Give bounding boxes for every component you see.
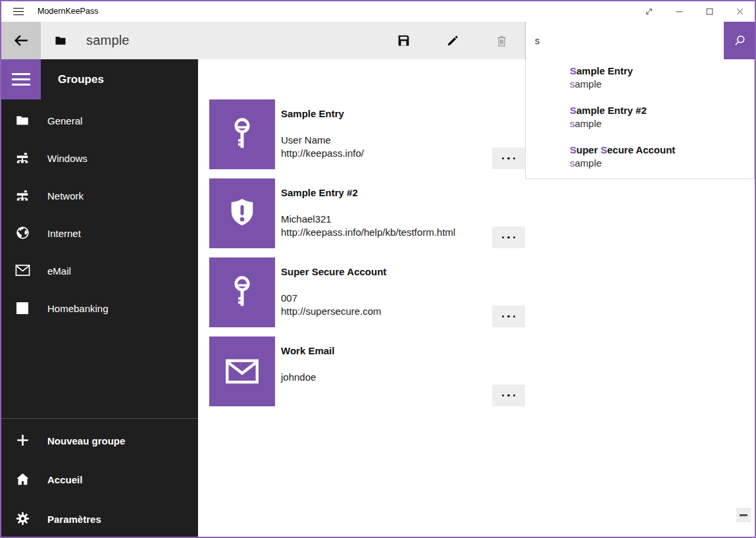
maximize-icon <box>705 7 715 16</box>
home-icon <box>14 471 30 487</box>
edit-button[interactable] <box>436 22 469 59</box>
app-title: ModernKeePass <box>38 1 98 22</box>
entry-username: johndoe <box>281 371 316 384</box>
suggestion-item[interactable]: Super Secure Account sample <box>570 144 749 171</box>
search-input[interactable] <box>526 22 724 59</box>
ellipsis-icon <box>502 157 505 160</box>
entry-title: Sample Entry <box>281 108 344 119</box>
network-icon <box>14 150 30 166</box>
database-icon <box>55 35 66 48</box>
key-icon <box>228 116 256 153</box>
entry-row: Super Secure Account 007 http://supersec… <box>198 257 755 327</box>
maximize-button[interactable] <box>694 1 724 22</box>
delete-button[interactable] <box>485 22 518 59</box>
search-box <box>525 22 724 59</box>
entry-details: johndoe <box>281 371 316 384</box>
email-icon <box>14 263 30 279</box>
save-button[interactable] <box>387 22 420 59</box>
ellipsis-icon <box>502 394 505 397</box>
groups-header: Groupes <box>58 59 104 99</box>
entry-url: http://keepass.info/ <box>281 147 364 160</box>
search-button[interactable] <box>724 22 756 59</box>
search-suggestions: Sample Entry sample Sample Entry #2 samp… <box>525 59 755 179</box>
hamburger-icon[interactable] <box>1 59 41 99</box>
save-icon <box>397 34 411 47</box>
suggestion-title: Sample Entry #2 <box>570 104 749 117</box>
folder-icon <box>14 113 30 128</box>
back-button[interactable] <box>1 22 41 59</box>
app-command-bar: sample <box>1 22 755 59</box>
suggestion-subtitle: sample <box>570 78 749 91</box>
fullscreen-icon <box>644 7 654 16</box>
entry-title: Work Email <box>281 345 334 356</box>
home-button[interactable]: Accueil <box>1 460 198 498</box>
entry-title: Sample Entry #2 <box>281 187 358 198</box>
entry-title: Super Secure Account <box>281 266 386 277</box>
title-bar: ModernKeePass <box>1 1 755 22</box>
ellipsis-icon <box>502 236 505 239</box>
sidebar-item-homebanking[interactable]: Homebanking <box>1 289 198 327</box>
zoom-out-button[interactable] <box>736 508 751 522</box>
entry-url: http://supersecure.com <box>281 305 382 318</box>
entry-username: User Name <box>281 134 364 147</box>
sidebar-item-internet[interactable]: Internet <box>1 214 198 252</box>
plus-icon <box>14 433 30 448</box>
entry-tile[interactable] <box>209 257 275 327</box>
sidebar: Groupes General Windows Network Internet… <box>1 59 198 537</box>
email-icon <box>225 358 259 385</box>
entry-row: Work Email johndoe <box>198 336 755 406</box>
minus-icon <box>740 514 747 516</box>
entry-username: 007 <box>281 292 382 305</box>
fullscreen-button[interactable] <box>634 1 664 22</box>
network-icon <box>14 188 30 203</box>
suggestion-item[interactable]: Sample Entry #2 sample <box>570 104 749 132</box>
entry-details: User Name http://keepass.info/ <box>281 134 364 160</box>
sidebar-item-email[interactable]: eMail <box>1 252 198 289</box>
sidebar-item-windows[interactable]: Windows <box>1 139 198 176</box>
entry-tile[interactable] <box>209 178 275 248</box>
entry-details: Michael321 http://keepass.info/help/kb/t… <box>281 213 455 239</box>
search-icon <box>733 34 747 47</box>
square-icon <box>14 300 30 316</box>
hamburger-icon[interactable] <box>8 1 29 22</box>
close-icon <box>735 7 745 16</box>
entry-username: Michael321 <box>281 213 455 226</box>
sidebar-item-network[interactable]: Network <box>1 176 198 214</box>
trash-icon <box>495 34 508 48</box>
suggestion-item[interactable]: Sample Entry sample <box>570 65 749 92</box>
suggestion-subtitle: sample <box>570 157 749 170</box>
sidebar-item-general[interactable]: General <box>1 101 198 139</box>
more-options-button[interactable] <box>492 306 525 327</box>
minimize-icon <box>674 7 684 16</box>
entry-tile[interactable] <box>209 336 275 406</box>
entry-tile[interactable] <box>209 99 275 169</box>
suggestion-subtitle: sample <box>570 117 749 130</box>
database-title: sample <box>86 22 130 59</box>
suggestion-title: Sample Entry <box>570 65 749 78</box>
ellipsis-icon <box>502 315 505 318</box>
app-window: ModernKeePass sample <box>0 0 756 538</box>
back-arrow-icon <box>13 32 30 49</box>
settings-gear-icon <box>14 511 30 527</box>
entry-url: http://keepass.info/help/kb/testform.htm… <box>281 226 455 239</box>
entry-row: Sample Entry #2 Michael321 http://keepas… <box>198 178 755 248</box>
more-options-button[interactable] <box>492 385 525 406</box>
key-icon <box>228 274 256 311</box>
settings-button[interactable]: Paramètres <box>1 500 198 537</box>
more-options-button[interactable] <box>492 148 525 169</box>
window-controls <box>634 1 755 22</box>
suggestion-title: Super Secure Account <box>570 144 749 157</box>
minimize-button[interactable] <box>664 1 694 22</box>
globe-icon <box>14 225 30 241</box>
more-options-button[interactable] <box>492 227 525 248</box>
entry-details: 007 http://supersecure.com <box>281 292 382 318</box>
new-group-button[interactable]: Nouveau groupe <box>1 421 198 459</box>
edit-pencil-icon <box>446 34 459 47</box>
sidebar-divider <box>1 418 198 419</box>
close-button[interactable] <box>724 1 755 22</box>
warning-shield-icon <box>227 197 257 230</box>
